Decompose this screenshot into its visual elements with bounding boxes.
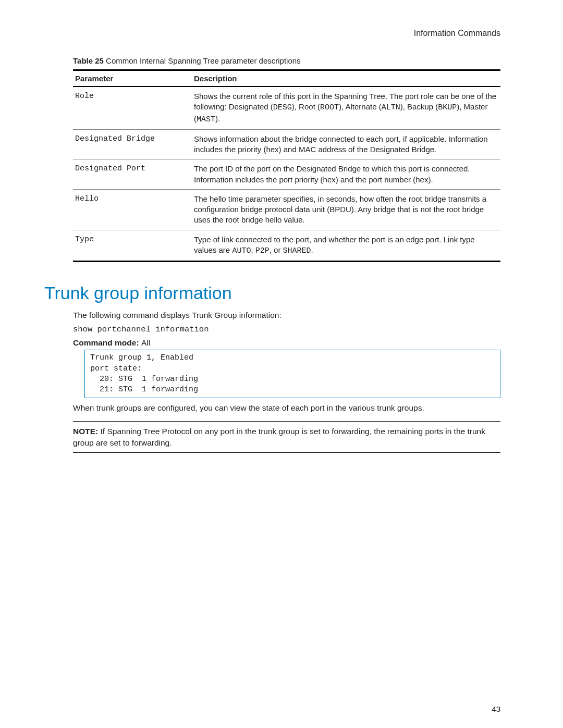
param-name: Hello: [73, 189, 192, 230]
col-description: Description: [192, 70, 500, 87]
page-header: Information Commands: [73, 29, 500, 38]
intro-text: The following command displays Trunk Gro…: [73, 310, 500, 321]
table-number: Table 25: [73, 56, 104, 65]
param-description: The hello time parameter specifies, in s…: [192, 189, 500, 230]
code-literal: ROOT: [320, 103, 339, 112]
table-row: HelloThe hello time parameter specifies,…: [73, 189, 500, 230]
code-literal: MAST: [197, 115, 215, 124]
after-code-text: When trunk groups are configured, you ca…: [73, 402, 500, 414]
col-parameter: Parameter: [73, 70, 192, 87]
code-literal: ALTN: [382, 103, 400, 112]
code-literal: AUTO: [232, 246, 251, 255]
table-row: TypeType of link connected to the port, …: [73, 230, 500, 262]
note-block: NOTE: If Spanning Tree Protocol on any p…: [73, 421, 500, 453]
param-description: Type of link connected to the port, and …: [192, 230, 500, 262]
section-heading: Trunk group information: [44, 283, 500, 303]
parameter-table: Parameter Description RoleShows the curr…: [73, 69, 500, 262]
code-literal: DESG: [273, 103, 292, 112]
table-row: Designated BridgeShows information about…: [73, 129, 500, 159]
param-description: The port ID of the port on the Designate…: [192, 159, 500, 190]
command-mode-value: All: [141, 338, 150, 347]
note-text: If Spanning Tree Protocol on any port in…: [73, 427, 485, 447]
page-number: 43: [492, 705, 500, 713]
table-caption: Table 25 Common Internal Spanning Tree p…: [73, 56, 500, 65]
param-name: Designated Port: [73, 159, 192, 190]
command-mode-label: Command mode:: [73, 338, 141, 347]
document-page: Information Commands Table 25 Common Int…: [0, 0, 563, 728]
param-description: Shows information about the bridge conne…: [192, 129, 500, 159]
command-mode: Command mode: All: [73, 338, 500, 348]
code-literal: BKUP: [438, 103, 457, 112]
code-literal: P2P: [255, 246, 270, 255]
code-block: Trunk group 1, Enabled port state: 20: S…: [84, 350, 500, 398]
param-description: Shows the current role of this port in t…: [192, 87, 500, 129]
code-literal: SHARED: [283, 246, 311, 255]
table-row: RoleShows the current role of this port …: [73, 87, 500, 129]
param-name: Type: [73, 230, 192, 262]
param-name: Designated Bridge: [73, 129, 192, 159]
table-row: Designated PortThe port ID of the port o…: [73, 159, 500, 190]
note-label: NOTE:: [73, 427, 98, 436]
command-text: show portchannel information: [73, 324, 500, 336]
table-title: Common Internal Spanning Tree parameter …: [104, 56, 301, 65]
param-name: Role: [73, 87, 192, 129]
